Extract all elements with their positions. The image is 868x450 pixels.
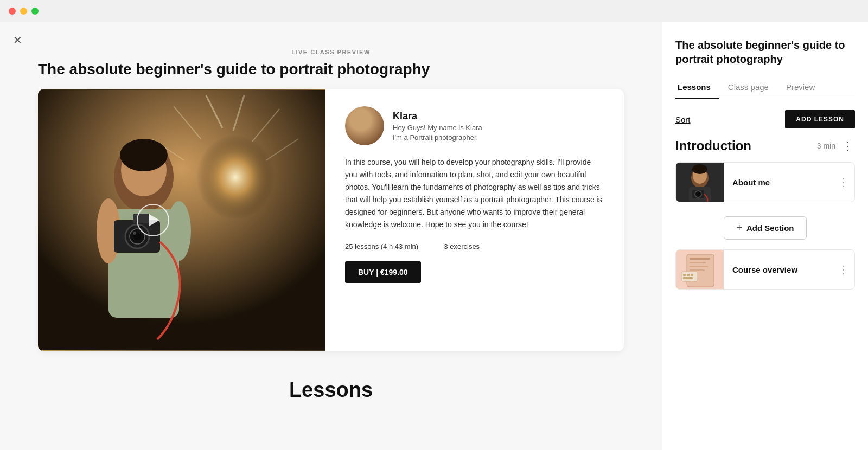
lesson-card-about-me: About me ⋮ (675, 162, 855, 202)
traffic-light-green[interactable] (31, 8, 39, 15)
course-description: In this course, you will help to develop… (345, 156, 604, 232)
about-me-thumbnail-image (676, 163, 724, 202)
svg-rect-32 (690, 266, 708, 267)
lesson-title-about-me: About me (724, 178, 833, 187)
instructor-name: Klara (393, 111, 484, 122)
lessons-count: 25 lessons (4 h 43 min) (345, 242, 418, 250)
course-overview-thumbnail-image (676, 250, 724, 289)
section-right: 3 min ⋮ (817, 137, 855, 155)
exercises-count: 3 exercises (444, 242, 480, 250)
svg-rect-30 (690, 258, 710, 260)
lessons-toolbar: Sort ADD LESSON (675, 99, 855, 137)
add-section-plus-icon: + (736, 222, 742, 234)
right-panel-header: The absolute beginner's guide to portrai… (662, 22, 868, 99)
lesson-thumbnail-about-me (676, 163, 724, 202)
tab-class-page[interactable]: Class page (726, 77, 777, 99)
photographer-image (38, 89, 326, 351)
section-duration: 3 min (817, 142, 835, 150)
course-overview-thumb-svg (676, 250, 724, 289)
svg-rect-34 (681, 272, 698, 281)
right-course-title: The absolute beginner's guide to portrai… (675, 38, 855, 66)
sort-button[interactable]: Sort (675, 115, 691, 124)
course-meta: 25 lessons (4 h 43 min) 3 exercises (345, 242, 604, 250)
svg-rect-36 (687, 274, 690, 276)
svg-point-27 (697, 192, 700, 196)
add-lesson-button[interactable]: ADD LESSON (785, 110, 855, 128)
close-button[interactable]: ✕ (13, 34, 22, 47)
add-section-row: + Add Section (675, 207, 855, 249)
live-class-label: LIVE CLASS PREVIEW (0, 22, 662, 55)
tabs-row: Lessons Class page Preview (675, 77, 855, 99)
svg-rect-35 (683, 274, 686, 276)
about-me-thumb-svg (676, 163, 724, 202)
tab-lessons[interactable]: Lessons (675, 77, 719, 99)
play-icon (149, 214, 159, 226)
section-title: Introduction (675, 138, 751, 153)
avatar (345, 106, 384, 145)
svg-point-23 (692, 164, 707, 174)
right-panel: The absolute beginner's guide to portrai… (662, 22, 868, 450)
preview-card: Klara Hey Guys! My name is Klara. I'm a … (38, 89, 624, 351)
photographer-svg (38, 89, 326, 351)
add-section-button[interactable]: + Add Section (724, 216, 806, 240)
svg-rect-33 (690, 269, 705, 271)
titlebar (0, 0, 868, 22)
instructor-text: Klara Hey Guys! My name is Klara. I'm a … (393, 111, 484, 142)
lessons-section-heading: Lessons (0, 351, 662, 418)
left-panel: ✕ LIVE CLASS PREVIEW The absolute beginn… (0, 22, 662, 450)
svg-rect-31 (690, 262, 706, 263)
svg-point-13 (167, 201, 191, 261)
instructor-bio-1: Hey Guys! My name is Klara. (393, 124, 484, 132)
svg-point-19 (133, 232, 136, 235)
preview-info: Klara Hey Guys! My name is Klara. I'm a … (326, 89, 624, 351)
lesson-card-course-overview: Course overview ⋮ (675, 249, 855, 290)
add-section-label: Add Section (746, 223, 794, 233)
instructor-bio-2: I'm a Portrait photographer. (393, 133, 484, 142)
lesson-menu-about-me[interactable]: ⋮ (833, 173, 854, 191)
play-button[interactable] (137, 204, 169, 236)
avatar-image (345, 106, 384, 145)
section-menu-button[interactable]: ⋮ (840, 137, 855, 155)
lesson-title-course-overview: Course overview (724, 265, 833, 274)
buy-button[interactable]: BUY | €199.00 (345, 261, 421, 283)
app-body: ✕ LIVE CLASS PREVIEW The absolute beginn… (0, 22, 868, 450)
svg-rect-38 (683, 277, 693, 279)
svg-rect-37 (691, 274, 693, 276)
traffic-light-yellow[interactable] (20, 8, 27, 15)
lesson-thumbnail-course-overview (676, 250, 724, 289)
section-header: Introduction 3 min ⋮ (675, 137, 855, 155)
page-title: The absolute beginner's guide to portrai… (0, 55, 488, 89)
lesson-menu-course-overview[interactable]: ⋮ (833, 261, 854, 278)
right-panel-content: Sort ADD LESSON Introduction 3 min ⋮ (662, 99, 868, 450)
course-image-area (38, 89, 326, 351)
traffic-light-red[interactable] (9, 8, 16, 15)
tab-preview[interactable]: Preview (784, 77, 824, 99)
instructor-row: Klara Hey Guys! My name is Klara. I'm a … (345, 106, 604, 145)
svg-point-10 (120, 139, 168, 171)
